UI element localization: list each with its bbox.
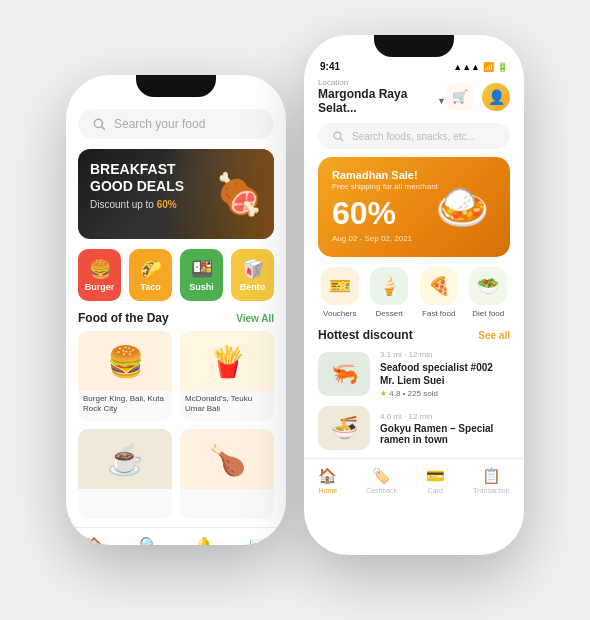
right-banner: 🍛 Ramadhan Sale! Free shipping for all m… xyxy=(318,157,510,257)
left-search-bar[interactable]: Search your food xyxy=(78,109,274,139)
categories-left: 🍔 Burger 🌮 Taco 🍱 Sushi 🥡 Bento xyxy=(78,249,274,301)
fastfood-icon: 🍕 xyxy=(420,267,458,305)
avatar[interactable]: 👤 xyxy=(482,83,510,111)
banner-right-food-image: 🍛 xyxy=(415,157,510,257)
ramen-meta: 4.0 mi · 12 min xyxy=(380,412,510,421)
signal-icon: ▲▲▲ xyxy=(453,62,480,72)
chevron-icon: ▼ xyxy=(437,96,446,106)
nav-home[interactable]: 🏠 xyxy=(84,536,104,545)
food-list-item-2[interactable]: 🍜 4.0 mi · 12 min Gokyu Ramen – Specialr… xyxy=(318,406,510,450)
category-taco[interactable]: 🌮 Taco xyxy=(129,249,172,301)
star-icon: ★ xyxy=(380,389,387,398)
nav-message[interactable]: ✉️ xyxy=(249,536,269,545)
voucher-icon: 🎫 xyxy=(321,267,359,305)
nav-cashback[interactable]: 🏷️ Cashback xyxy=(366,467,397,494)
cat-vouchers[interactable]: 🎫 Vouchers xyxy=(318,267,362,318)
view-all-button[interactable]: View All xyxy=(236,313,274,324)
location-label: Location xyxy=(318,78,446,87)
bk-label: Burger King, Bali, Kuta Rock City xyxy=(78,391,172,418)
dessert-label: Dessert xyxy=(375,309,403,318)
food-grid: 🍔 Burger King, Bali, Kuta Rock City 🍟 Mc… xyxy=(78,331,274,519)
right-search-bar[interactable]: Search foods, snacks, etc... xyxy=(318,123,510,149)
header-actions: 🛒 👤 xyxy=(446,83,510,111)
diet-icon: 🥗 xyxy=(469,267,507,305)
bottom-nav-right: 🏠 Home 🏷️ Cashback 💳 Card 📋 Transaction xyxy=(304,458,524,500)
right-categories: 🎫 Vouchers 🍦 Dessert 🍕 Fast food 🥗 Diet … xyxy=(318,267,510,318)
category-burger[interactable]: 🍔 Burger xyxy=(78,249,121,301)
seafood-meta: 3.1 mi · 12 min xyxy=(380,350,510,359)
bottom-nav-left: 🏠 🔍 🔔 ✉️ xyxy=(66,527,286,545)
location-name[interactable]: Margonda Raya Selat... ▼ xyxy=(318,87,446,115)
seafood-name: Seafood specialist #002Mr. Liem Suei xyxy=(380,361,510,387)
food-list-item-1[interactable]: 🦐 3.1 mi · 12 min Seafood specialist #00… xyxy=(318,350,510,398)
nav-explore[interactable]: 🔍 xyxy=(139,536,159,545)
sushi-label: Sushi xyxy=(189,282,214,292)
card-icon: 💳 xyxy=(426,467,445,485)
transaction-label: Transaction xyxy=(473,487,509,494)
right-search-placeholder: Search foods, snacks, etc... xyxy=(352,131,475,142)
burger-emoji: 🍔 xyxy=(89,258,111,280)
food-card-bk[interactable]: 🍔 Burger King, Bali, Kuta Rock City xyxy=(78,331,172,421)
status-bar: 9:41 ▲▲▲ 📶 🔋 xyxy=(304,57,524,72)
location-row: Location Margonda Raya Selat... ▼ 🛒 👤 xyxy=(304,72,524,119)
starbucks-label xyxy=(78,489,172,495)
banner-food-image xyxy=(164,149,274,239)
bk-image: 🍔 xyxy=(78,331,172,391)
status-icons: ▲▲▲ 📶 🔋 xyxy=(453,62,508,72)
nav-notification[interactable]: 🔔 xyxy=(194,536,214,545)
nav-home-right[interactable]: 🏠 Home xyxy=(318,467,337,494)
left-banner: BREAKFAST GOOD DEALS Discount up to 60% xyxy=(78,149,274,239)
left-notch xyxy=(136,75,216,97)
svg-point-2 xyxy=(334,132,341,139)
diet-label: Diet food xyxy=(472,309,504,318)
food-card-kfc[interactable]: 🍗 xyxy=(180,429,274,519)
food-of-day-header: Food of the Day View All xyxy=(78,311,274,325)
cashback-label: Cashback xyxy=(366,487,397,494)
dessert-icon: 🍦 xyxy=(370,267,408,305)
seafood-rating: ★ 4.8 • 225 sold xyxy=(380,389,510,398)
cat-dietfood[interactable]: 🥗 Diet food xyxy=(467,267,511,318)
search-placeholder: Search your food xyxy=(114,117,205,131)
mcd-image: 🍟 xyxy=(180,331,274,391)
battery-icon: 🔋 xyxy=(497,62,508,72)
section-title: Food of the Day xyxy=(78,311,169,325)
voucher-label: Vouchers xyxy=(323,309,356,318)
card-label: Card xyxy=(428,487,443,494)
kfc-image: 🍗 xyxy=(180,429,274,489)
right-phone: 9:41 ▲▲▲ 📶 🔋 Location Margonda Raya Sela… xyxy=(304,35,524,555)
hottest-header: Hottest discount See all xyxy=(318,328,510,342)
left-phone: Search your food BREAKFAST GOOD DEALS Di… xyxy=(66,75,286,545)
ramen-info: 4.0 mi · 12 min Gokyu Ramen – Specialram… xyxy=(380,412,510,445)
sushi-emoji: 🍱 xyxy=(191,258,213,280)
taco-emoji: 🌮 xyxy=(140,258,162,280)
starbucks-image: ☕ xyxy=(78,429,172,489)
food-card-mcd[interactable]: 🍟 McDonald's, Teuku Umar Bali xyxy=(180,331,274,421)
cashback-icon: 🏷️ xyxy=(372,467,391,485)
svg-line-3 xyxy=(340,138,343,141)
food-card-starbucks[interactable]: ☕ xyxy=(78,429,172,519)
bento-label: Bento xyxy=(240,282,266,292)
taco-label: Taco xyxy=(140,282,160,292)
hottest-title: Hottest discount xyxy=(318,328,413,342)
wifi-icon: 📶 xyxy=(483,62,494,72)
nav-card[interactable]: 💳 Card xyxy=(426,467,445,494)
category-sushi[interactable]: 🍱 Sushi xyxy=(180,249,223,301)
right-notch xyxy=(374,35,454,57)
search-icon xyxy=(92,117,106,131)
svg-point-0 xyxy=(94,119,102,127)
fastfood-label: Fast food xyxy=(422,309,455,318)
mcd-label: McDonald's, Teuku Umar Bali xyxy=(180,391,274,418)
bento-emoji: 🥡 xyxy=(242,258,264,280)
right-search-icon xyxy=(332,130,344,142)
nav-transaction[interactable]: 📋 Transaction xyxy=(473,467,509,494)
category-bento[interactable]: 🥡 Bento xyxy=(231,249,274,301)
see-all-button[interactable]: See all xyxy=(478,330,510,341)
status-time: 9:41 xyxy=(320,61,340,72)
cat-dessert[interactable]: 🍦 Dessert xyxy=(368,267,412,318)
kfc-label xyxy=(180,489,274,495)
ramen-thumb: 🍜 xyxy=(318,406,370,450)
phones-container: Search your food BREAKFAST GOOD DEALS Di… xyxy=(66,65,524,555)
cart-button[interactable]: 🛒 xyxy=(446,83,474,111)
home-label: Home xyxy=(318,487,337,494)
cat-fastfood[interactable]: 🍕 Fast food xyxy=(417,267,461,318)
